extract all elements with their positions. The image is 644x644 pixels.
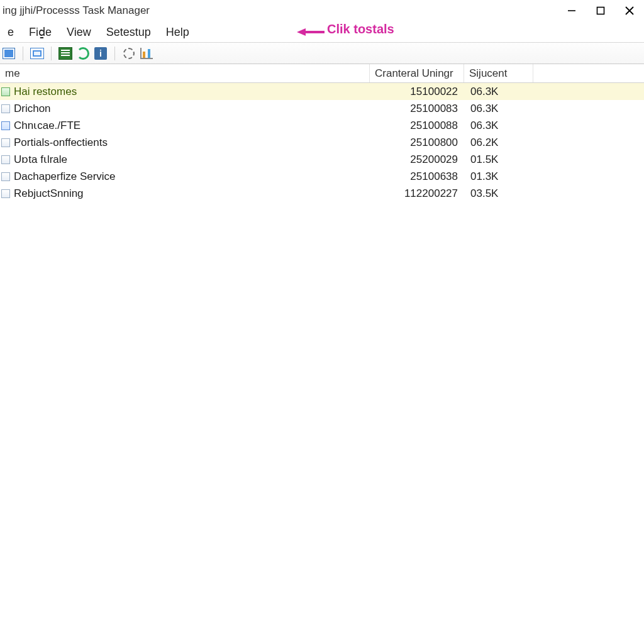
column-header-name[interactable]: me	[0, 64, 370, 82]
cell-b: 25200029	[370, 153, 464, 166]
menu-file[interactable]: Fiḏe	[21, 23, 59, 42]
cell-c: 06.2K	[464, 136, 533, 149]
cell-b: 25100800	[370, 136, 464, 149]
toolbar-chart-button[interactable]	[139, 46, 154, 61]
gear-icon	[123, 48, 135, 59]
cell-b: 112200227	[370, 187, 464, 200]
toolbar: i	[0, 43, 644, 64]
table-row[interactable]: Hai restomes 15100022 06.3K	[0, 83, 644, 100]
chart-icon	[140, 48, 153, 59]
minimize-icon	[567, 6, 577, 16]
svg-marker-5	[297, 28, 306, 36]
process-name: Portials-onffectients	[14, 136, 108, 149]
menu-help[interactable]: Help	[158, 23, 197, 42]
process-name: Drichon	[14, 103, 51, 115]
table-row[interactable]: Dachaperfize Service 25100638 01.3K	[0, 168, 644, 185]
cell-c: 01.5K	[464, 153, 533, 166]
maximize-icon	[596, 6, 606, 16]
annotation-arrow-icon	[297, 28, 325, 36]
process-name: Chnɩcae./FTE	[14, 119, 80, 132]
refresh-icon	[77, 47, 89, 60]
menu-divider	[0, 42, 644, 43]
toolbar-save-button[interactable]	[1, 46, 16, 61]
process-name: Hai restomes	[14, 86, 77, 98]
toolbar-separator	[51, 47, 52, 60]
close-button[interactable]	[615, 0, 644, 21]
maximize-button[interactable]	[586, 0, 615, 21]
column-header-b[interactable]: Cranteral Uningr	[370, 64, 464, 82]
process-icon	[1, 189, 10, 198]
save-icon	[3, 48, 15, 59]
svg-rect-1	[597, 8, 604, 14]
table-row[interactable]: Uɒta fɩlrale 25200029 01.5K	[0, 151, 644, 168]
info-icon: i	[94, 47, 107, 60]
menu-view[interactable]: View	[59, 23, 99, 42]
process-name: Uɒta fɩlrale	[14, 153, 67, 166]
process-icon	[1, 138, 10, 147]
column-header-row: me Cranteral Uningr Sijucent	[0, 64, 644, 83]
toolbar-settings-button[interactable]	[121, 46, 136, 61]
table-row[interactable]: RebjuctSnning 112200227 03.5K	[0, 185, 644, 202]
process-icon	[1, 155, 10, 164]
cell-b: 25100083	[370, 103, 464, 115]
cell-c: 06.3K	[464, 119, 533, 132]
table-row[interactable]: Chnɩcae./FTE 25100088 06.3K	[0, 117, 644, 134]
toolbar-separator	[23, 47, 23, 60]
process-icon	[1, 121, 10, 130]
spreadsheet-icon	[58, 47, 72, 60]
menu-setup[interactable]: Setestup	[99, 23, 158, 42]
cell-b: 25100088	[370, 119, 464, 132]
table-row[interactable]: Portials-onffectients 25100800 06.2K	[0, 134, 644, 151]
window-title: ing jjhi/Processs Task Manager	[3, 4, 150, 17]
cell-c: 06.3K	[464, 86, 533, 98]
cell-c: 06.3K	[464, 103, 533, 115]
process-name: RebjuctSnning	[14, 187, 84, 200]
toolbar-separator	[114, 47, 115, 60]
toolbar-sheet-button[interactable]	[58, 46, 73, 61]
title-bar[interactable]: ing jjhi/Processs Task Manager	[0, 0, 644, 21]
cell-c: 01.3K	[464, 170, 533, 183]
process-list: Hai restomes 15100022 06.3K Drichon 2510…	[0, 83, 644, 202]
cell-b: 15100022	[370, 86, 464, 98]
cell-c: 03.5K	[464, 187, 533, 200]
close-icon	[624, 5, 635, 16]
window-icon	[30, 48, 44, 59]
process-icon	[1, 104, 10, 113]
cell-b: 25100638	[370, 170, 464, 183]
menu-bar: e Fiḏe View Setestup Help Clik tostals	[0, 21, 644, 43]
window-controls	[557, 0, 644, 21]
minimize-button[interactable]	[557, 0, 586, 21]
menu-item-0[interactable]: e	[0, 23, 21, 42]
process-icon	[1, 87, 10, 96]
process-name: Dachaperfize Service	[14, 170, 116, 183]
table-row[interactable]: Drichon 25100083 06.3K	[0, 100, 644, 117]
toolbar-info-button[interactable]: i	[93, 46, 108, 61]
toolbar-window-button[interactable]	[30, 46, 45, 61]
process-icon	[1, 172, 10, 181]
toolbar-refresh-button[interactable]	[75, 46, 91, 61]
annotation-label: Clik tostals	[327, 22, 394, 36]
column-header-c[interactable]: Sijucent	[464, 64, 533, 82]
